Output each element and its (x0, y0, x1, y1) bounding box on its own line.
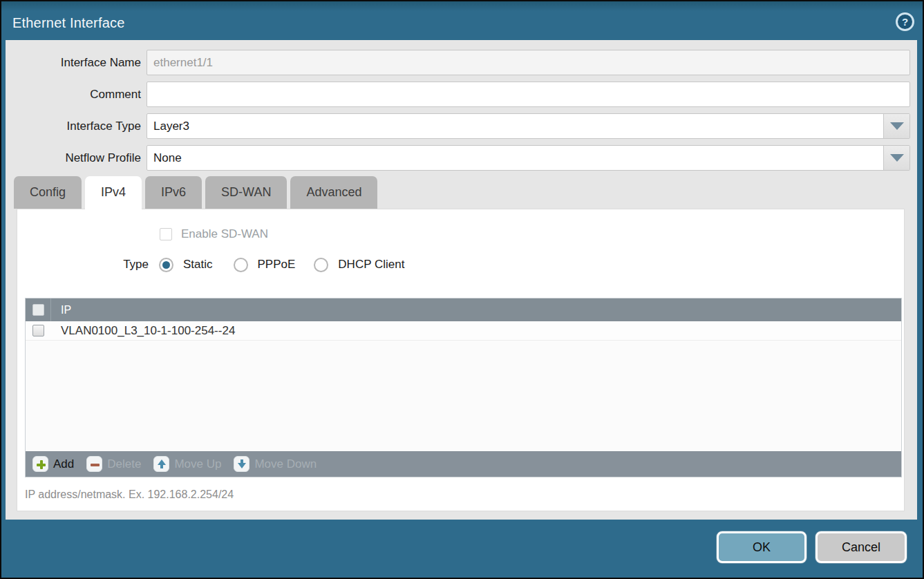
ip-column-header: IP (51, 298, 71, 321)
ip-format-hint: IP address/netmask. Ex. 192.168.2.254/24 (25, 488, 234, 501)
interface-name-label: Interface Name (19, 50, 141, 75)
table-empty-area (26, 341, 901, 451)
tab-ipv4[interactable]: IPv4 (85, 176, 142, 209)
move-up-button[interactable]: Move Up (153, 456, 221, 472)
type-option-static-label: Static (183, 258, 213, 272)
type-label: Type (121, 258, 149, 272)
interface-type-value: Layer3 (147, 114, 883, 138)
arrow-up-icon (153, 456, 169, 472)
type-radio-static[interactable] (159, 258, 173, 272)
ip-table-header: IP (26, 298, 901, 321)
tab-advanced[interactable]: Advanced (290, 176, 377, 209)
row-checkbox-cell (26, 325, 51, 336)
type-radio-pppoe[interactable] (234, 258, 248, 272)
plus-icon (32, 456, 48, 472)
tab-ipv6[interactable]: IPv6 (145, 176, 202, 209)
table-row[interactable]: VLAN0100_L3_10-1-100-254--24 (26, 321, 901, 341)
interface-type-label: Interface Type (19, 113, 141, 139)
tab-bar: Config IPv4 IPv6 SD-WAN Advanced (14, 176, 381, 209)
netflow-profile-select[interactable]: None (147, 145, 910, 171)
interface-type-select[interactable]: Layer3 (147, 113, 910, 139)
comment-field[interactable] (147, 82, 910, 107)
arrow-down-icon (234, 456, 249, 472)
type-option-dhcp-label: DHCP Client (338, 258, 404, 272)
help-icon[interactable]: ? (896, 12, 914, 31)
type-radio-row: Type Static PPPoE DHCP Client (121, 255, 404, 274)
comment-label: Comment (19, 82, 141, 107)
header-checkbox-cell (26, 298, 51, 321)
netflow-profile-label: Netflow Profile (19, 145, 141, 171)
enable-sdwan-checkbox[interactable] (160, 228, 172, 240)
minus-icon (86, 456, 102, 472)
cancel-button[interactable]: Cancel (815, 531, 907, 563)
tab-config[interactable]: Config (14, 176, 82, 209)
ip-address-table: IP VLAN0100_L3_10-1-100-254--24 Add (25, 298, 902, 477)
netflow-profile-value: None (147, 146, 883, 170)
enable-sdwan-label: Enable SD-WAN (181, 227, 268, 241)
tab-sdwan[interactable]: SD-WAN (205, 176, 287, 209)
chevron-down-icon (890, 122, 904, 130)
interface-type-dropdown-button[interactable] (883, 114, 909, 138)
dialog-title: Ethernet Interface (12, 15, 125, 31)
ipv4-tab-panel: Enable SD-WAN Type Static PPPoE DHCP Cli… (17, 209, 905, 511)
move-down-button[interactable]: Move Down (234, 456, 317, 472)
row-ip-value: VLAN0100_L3_10-1-100-254--24 (51, 324, 235, 338)
row-checkbox[interactable] (32, 325, 44, 336)
netflow-profile-dropdown-button[interactable] (883, 146, 909, 170)
table-toolbar: Add Delete Move Up Move Down (26, 451, 901, 477)
type-option-pppoe-label: PPPoE (258, 258, 296, 272)
add-button[interactable]: Add (32, 456, 74, 472)
interface-name-field (147, 50, 910, 75)
select-all-checkbox[interactable] (32, 304, 44, 316)
enable-sdwan-row: Enable SD-WAN (160, 227, 268, 241)
dialog-body: Interface Name Comment Interface Type La… (6, 40, 917, 520)
chevron-down-icon (890, 154, 904, 162)
ethernet-interface-dialog: Ethernet Interface ? Interface Name Comm… (0, 0, 924, 579)
delete-button[interactable]: Delete (86, 456, 141, 472)
ok-button[interactable]: OK (717, 531, 807, 563)
type-radio-dhcp-client[interactable] (314, 258, 328, 272)
